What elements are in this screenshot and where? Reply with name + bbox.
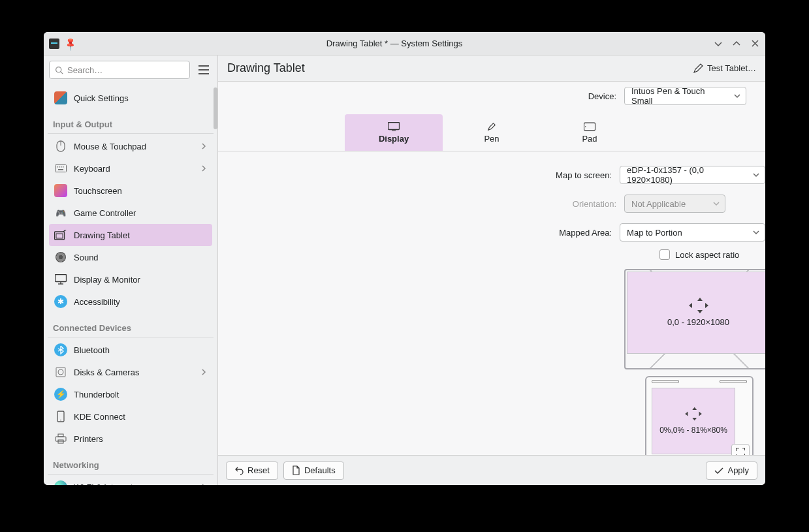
undo-icon [234, 466, 244, 475]
tab-label: Pad [582, 134, 597, 144]
chevron-down-icon [753, 230, 759, 235]
sidebar-item-gamecontroller[interactable]: 🎮 Game Controller [49, 202, 212, 224]
page-header: Drawing Tablet Test Tablet… [218, 55, 765, 82]
sidebar-item-keyboard[interactable]: Keyboard [49, 157, 212, 180]
display-icon [54, 273, 67, 286]
maximize-button[interactable] [731, 39, 742, 49]
sidebar-item-label: Sound [74, 253, 207, 262]
tab-label: Display [379, 134, 409, 144]
map-screen-value: eDP-1-0x1357 - (0,0 1920×1080) [627, 165, 746, 185]
scrollbar[interactable] [214, 87, 217, 129]
sidebar-item-bluetooth[interactable]: Bluetooth [49, 339, 212, 361]
lock-aspect-checkbox[interactable] [659, 249, 670, 260]
sidebar-item-label: Touchscreen [74, 186, 207, 196]
lock-aspect-label: Lock aspect ratio [675, 250, 739, 260]
sidebar-item-wifi[interactable]: Wi-Fi & Internet [49, 476, 212, 485]
fit-icon [736, 448, 745, 455]
sidebar-item-disks[interactable]: Disks & Cameras [49, 361, 212, 383]
test-tablet-button[interactable]: Test Tablet… [693, 63, 756, 74]
reset-button[interactable]: Reset [226, 462, 278, 480]
svg-rect-7 [61, 166, 62, 168]
sidebar-item-label: Wi-Fi & Internet [74, 482, 194, 486]
sidebar-item-label: Disks & Cameras [74, 368, 194, 377]
chevron-right-icon [200, 484, 207, 485]
tab-pen[interactable]: Pen [443, 114, 541, 151]
sidebar-item-label: Drawing Tablet [74, 230, 207, 240]
chevron-down-icon [734, 93, 740, 99]
window: 📌 Drawing Tablet * — System Settings [44, 32, 765, 485]
sidebar-item-touchscreen[interactable]: Touchscreen [49, 180, 212, 202]
move-icon [686, 409, 701, 420]
sidebar-item-label: Keyboard [74, 164, 194, 174]
orientation-value: Not Applicable [631, 199, 686, 209]
svg-point-17 [58, 369, 63, 375]
gamepad-icon: 🎮 [54, 206, 67, 219]
sidebar-item-kdeconnect[interactable]: KDE Connect [49, 405, 212, 428]
sidebar-item-accessibility[interactable]: ✱ Accessibility [49, 290, 212, 313]
map-screen-label: Map to screen: [218, 170, 612, 180]
sidebar-item-thunderbolt[interactable]: ⚡ Thunderbolt [49, 383, 212, 405]
tab-display[interactable]: Display [345, 114, 443, 151]
titlebar[interactable]: 📌 Drawing Tablet * — System Settings [44, 32, 765, 55]
search-icon [55, 66, 63, 74]
sidebar-item-label: Display & Monitor [74, 275, 207, 285]
window-title: Drawing Tablet * — System Settings [80, 39, 709, 48]
svg-rect-21 [58, 434, 63, 437]
svg-rect-6 [59, 166, 60, 168]
sidebar-item-label: Accessibility [74, 297, 207, 307]
search-input-wrap[interactable] [49, 61, 190, 79]
orientation-label: Orientation: [218, 199, 616, 209]
tab-pad[interactable]: Pad [541, 114, 639, 151]
sidebar-scroll[interactable]: Quick Settings Input & Output Mouse & To… [44, 84, 217, 485]
pin-icon[interactable]: 📌 [63, 36, 78, 51]
chevron-right-icon [200, 143, 207, 149]
hamburger-menu[interactable] [195, 61, 212, 78]
pad-tab-icon [584, 122, 595, 131]
sidebar-item-label: Quick Settings [74, 93, 207, 103]
mouse-icon [54, 140, 67, 153]
section-header-io: Input & Output [48, 109, 214, 132]
search-input[interactable] [67, 65, 184, 75]
sidebar-item-label: Mouse & Touchpad [74, 142, 194, 151]
svg-point-19 [60, 420, 61, 421]
screen-area[interactable]: 0,0 - 1920×1080 [624, 269, 765, 369]
chevron-down-icon [753, 172, 759, 178]
screen-portion[interactable]: 0,0 - 1920×1080 [627, 272, 765, 354]
touchscreen-icon [54, 184, 67, 197]
tablet-portion[interactable]: 0%,0% - 81%×80% [652, 388, 735, 454]
content: Device: Intuos Pen & Touch Small Display… [218, 82, 765, 455]
svg-point-26 [585, 126, 586, 127]
sidebar-item-label: KDE Connect [74, 412, 207, 422]
mapped-area-select[interactable]: Map to Portion [620, 223, 765, 242]
sidebar-item-display[interactable]: Display & Monitor [49, 268, 212, 290]
sidebar-item-sound[interactable]: Sound [49, 246, 212, 268]
sidebar-item-quick-settings[interactable]: Quick Settings [49, 87, 212, 109]
accessibility-icon: ✱ [54, 295, 67, 308]
minimize-button[interactable] [713, 39, 723, 49]
svg-rect-16 [56, 368, 65, 377]
section-header-devices: Connected Devices [48, 313, 214, 336]
defaults-button[interactable]: Defaults [283, 462, 344, 480]
svg-line-12 [63, 230, 67, 232]
sidebar-item-mouse[interactable]: Mouse & Touchpad [49, 135, 212, 157]
map-screen-select[interactable]: eDP-1-0x1357 - (0,0 1920×1080) [620, 166, 765, 184]
close-button[interactable] [750, 39, 760, 49]
apply-button[interactable]: Apply [706, 462, 757, 480]
svg-rect-20 [56, 437, 66, 441]
svg-point-0 [56, 67, 61, 72]
check-icon [714, 467, 723, 475]
svg-rect-13 [56, 275, 67, 282]
document-icon [292, 465, 300, 475]
device-select[interactable]: Intuos Pen & Touch Small [624, 87, 746, 105]
tablet-area[interactable]: 0%,0% - 81%×80% [645, 376, 753, 455]
mapped-area-label: Mapped Area: [218, 228, 612, 238]
sidebar-item-printers[interactable]: Printers [49, 428, 212, 450]
svg-rect-5 [57, 166, 58, 168]
sidebar-item-drawing-tablet[interactable]: Drawing Tablet [49, 224, 212, 246]
pen-tab-icon [486, 122, 498, 131]
printer-icon [54, 432, 67, 445]
fit-tablet-button[interactable] [731, 444, 750, 455]
sidebar-item-label: Bluetooth [74, 345, 207, 355]
mapped-area-value: Map to Portion [627, 228, 682, 238]
screen-portion-text: 0,0 - 1920×1080 [667, 317, 729, 327]
